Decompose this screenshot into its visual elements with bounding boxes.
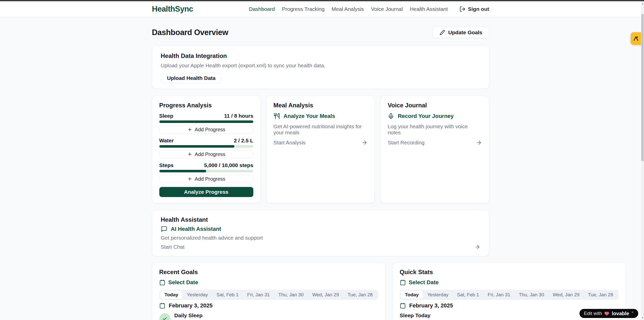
- logout-icon: [459, 6, 466, 12]
- select-date-button[interactable]: Select Date: [400, 279, 619, 286]
- fab-logo-icon: [633, 35, 639, 42]
- health-data-integration-card: Health Data Integration Upload your Appl…: [152, 46, 489, 89]
- quick-stats-title: Quick Stats: [400, 269, 619, 276]
- metric-steps: Steps 5,000 / 10,000 steps Add Progress: [159, 162, 253, 183]
- integration-title: Health Data Integration: [161, 52, 480, 59]
- edit-with-lovable-badge[interactable]: Edit with lovable ×: [579, 309, 638, 318]
- analyze-meals-link[interactable]: Analyze Your Meals: [273, 113, 367, 119]
- assistant-card-title: Health Assistant: [161, 216, 480, 223]
- arrow-right-icon: [361, 140, 367, 146]
- selected-date: February 3, 2025: [400, 302, 619, 309]
- page-title: Dashboard Overview: [152, 28, 228, 37]
- calendar-icon: [159, 279, 165, 285]
- date-tab[interactable]: Sat, Feb 1: [453, 291, 483, 299]
- ai-health-assistant-link[interactable]: AI Health Assistant: [161, 226, 480, 232]
- progress-bar-fill: [159, 170, 206, 172]
- pencil-icon: [440, 30, 445, 35]
- progress-analysis-card: Progress Analysis Sleep 11 / 8 hours Add…: [152, 95, 261, 203]
- date-tab-yesterday[interactable]: Yesterday: [423, 291, 453, 299]
- page-scrollbar[interactable]: ▲ ▼: [641, 1, 644, 320]
- metric-water: Water 2 / 2.5 L Add Progress: [159, 138, 253, 158]
- progress-bar: [159, 145, 253, 148]
- nav-meal-analysis[interactable]: Meal Analysis: [331, 6, 364, 12]
- date-tabs: Today Yesterday Sat, Feb 1 Fri, Jan 31 T…: [159, 290, 378, 300]
- recent-goals-card: Recent Goals Select Date Today Yesterday…: [152, 262, 385, 320]
- assistant-description: Get personalized health advice and suppo…: [161, 235, 480, 241]
- voice-journal-card: Voice Journal Record Your Journey Log yo…: [380, 95, 489, 203]
- metric-label: Water: [159, 138, 174, 144]
- metric-label: Steps: [159, 162, 174, 168]
- scrollbar-down-arrow[interactable]: ▼: [641, 316, 644, 319]
- badge-close-icon[interactable]: ×: [631, 310, 634, 314]
- health-assistant-card: Health Assistant AI Health Assistant Get…: [152, 210, 489, 256]
- date-tab[interactable]: Thu, Jan 30: [274, 291, 308, 299]
- calendar-icon: [400, 279, 406, 285]
- nav-health-assistant[interactable]: Health Assistant: [410, 6, 448, 12]
- meal-analysis-card: Meal Analysis Analyze Your Meals Get AI-…: [266, 95, 375, 203]
- progress-bar-fill: [159, 145, 235, 148]
- date-tab[interactable]: Sat, Feb 1: [212, 291, 243, 299]
- nav-voice-journal[interactable]: Voice Journal: [371, 6, 403, 12]
- sign-out-label: Sign out: [468, 6, 489, 12]
- date-tab-today[interactable]: Today: [160, 291, 183, 299]
- metric-sleep: Sleep 11 / 8 hours Add Progress: [159, 113, 253, 134]
- add-progress-water-button[interactable]: Add Progress: [159, 150, 253, 158]
- main-nav: Dashboard Progress Tracking Meal Analysi…: [249, 6, 489, 12]
- date-tab[interactable]: Thu, Jan 30: [514, 291, 548, 299]
- utensils-icon: [273, 113, 280, 119]
- metric-value: 2 / 2.5 L: [234, 138, 253, 144]
- upload-health-data-button[interactable]: Upload Health Data: [161, 73, 222, 83]
- progress-bar: [159, 120, 253, 123]
- progress-bar-fill: [159, 120, 253, 123]
- date-tab[interactable]: Wed, Jan 29: [308, 291, 343, 299]
- integration-description: Upload your Apple Health export (export.…: [161, 62, 480, 69]
- progress-card-title: Progress Analysis: [159, 102, 253, 109]
- scrollbar-up-arrow[interactable]: ▲: [641, 2, 644, 5]
- app-header: HealthSync Dashboard Progress Tracking M…: [0, 1, 641, 17]
- plus-icon: [187, 127, 192, 132]
- nav-dashboard[interactable]: Dashboard: [249, 6, 275, 12]
- metric-label: Sleep: [159, 113, 173, 119]
- update-goals-button[interactable]: Update Goals: [433, 27, 489, 38]
- voice-card-description: Log your health journey with voice notes: [388, 123, 482, 136]
- start-recording-action[interactable]: Start Recording: [388, 140, 482, 146]
- sign-out-button[interactable]: Sign out: [459, 6, 489, 12]
- goal-list-item: Daily Sleep 11 / 8 hours: [159, 312, 378, 320]
- add-progress-sleep-button[interactable]: Add Progress: [159, 125, 253, 134]
- meal-card-description: Get AI-powered nutritional insights for …: [273, 123, 367, 136]
- date-tab[interactable]: Wed, Jan 29: [548, 291, 584, 299]
- voice-card-title: Voice Journal: [388, 102, 482, 109]
- analyze-progress-button[interactable]: Analyze Progress: [159, 187, 253, 197]
- record-journey-link[interactable]: Record Your Journey: [388, 113, 482, 119]
- floating-widget-button[interactable]: [631, 32, 641, 45]
- metric-label: Sleep Today: [400, 312, 431, 318]
- select-date-button[interactable]: Select Date: [159, 279, 378, 286]
- plus-icon: [187, 152, 192, 157]
- date-tab[interactable]: Fri, Jan 31: [483, 291, 515, 299]
- goal-completed-badge: [159, 313, 170, 320]
- recent-goals-title: Recent Goals: [159, 269, 378, 276]
- check-icon: [162, 316, 167, 320]
- date-tab-yesterday[interactable]: Yesterday: [182, 291, 212, 299]
- add-progress-steps-button[interactable]: Add Progress: [159, 175, 253, 183]
- metric-value: 5,000 / 10,000 steps: [204, 162, 253, 168]
- selected-date: February 3, 2025: [159, 302, 378, 309]
- date-tab[interactable]: Fri, Jan 31: [243, 291, 274, 299]
- progress-bar: [159, 170, 253, 172]
- chat-icon: [161, 226, 167, 232]
- scrollbar-thumb[interactable]: [641, 14, 644, 161]
- calendar-icon: [400, 303, 406, 309]
- date-tab-today[interactable]: Today: [401, 291, 423, 299]
- plus-icon: [187, 176, 192, 181]
- nav-progress-tracking[interactable]: Progress Tracking: [282, 6, 324, 12]
- mic-icon: [388, 113, 394, 119]
- start-analysis-action[interactable]: Start Analysis: [273, 140, 367, 146]
- arrow-right-icon: [474, 244, 480, 250]
- calendar-icon: [159, 303, 165, 309]
- app-logo[interactable]: HealthSync: [152, 5, 193, 14]
- date-tab[interactable]: Tue, Jan 28: [584, 291, 618, 299]
- start-chat-action[interactable]: Start Chat: [161, 244, 480, 250]
- goal-name: Daily Sleep: [174, 312, 203, 318]
- date-tab[interactable]: Tue, Jan 28: [343, 291, 377, 299]
- lovable-heart-icon: [604, 311, 609, 316]
